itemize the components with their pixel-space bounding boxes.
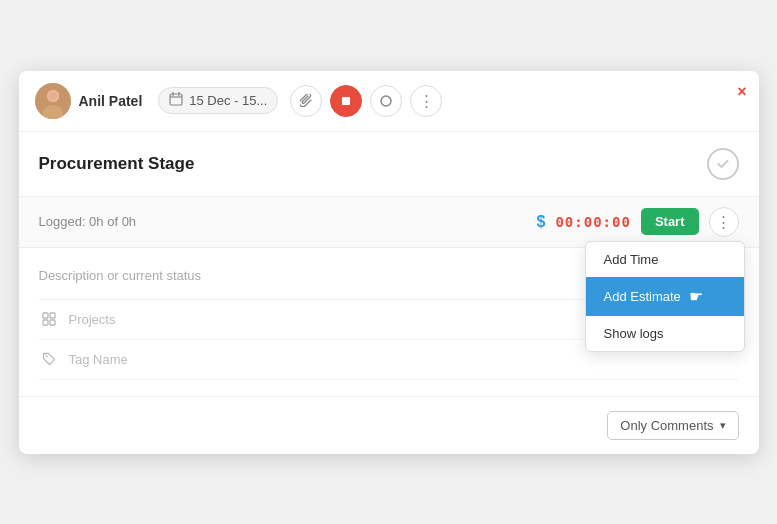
logged-text: Logged: 0h of 0h [39,214,527,229]
card-header: Anil Patel 15 Dec - 15... [19,71,759,132]
dropdown-add-estimate[interactable]: Add Estimate ☛ [586,277,744,316]
date-range: 15 Dec - 15... [189,93,267,108]
tag-label: Tag Name [69,352,128,367]
svg-rect-12 [43,320,48,325]
dropdown-menu: Add Time Add Estimate ☛ Show logs [585,241,745,352]
add-time-label: Add Time [604,252,659,267]
svg-rect-11 [50,313,55,318]
stage-section: Procurement Stage [19,132,759,197]
svg-rect-10 [43,313,48,318]
only-comments-button[interactable]: Only Comments ▾ [607,411,738,440]
header-actions: ⋮ [290,85,442,117]
dollar-icon: $ [537,213,546,231]
svg-point-9 [381,96,391,106]
show-logs-label: Show logs [604,326,664,341]
more-header-btn[interactable]: ⋮ [410,85,442,117]
more-icon: ⋮ [716,213,731,231]
close-button[interactable]: × [737,83,746,101]
main-card: Anil Patel 15 Dec - 15... [19,71,759,454]
only-comments-label: Only Comments [620,418,713,433]
bottom-bar: Only Comments ▾ [19,396,759,454]
dropdown-show-logs[interactable]: Show logs [586,316,744,351]
stage-check-btn[interactable] [707,148,739,180]
svg-rect-4 [170,94,182,105]
user-name: Anil Patel [79,93,143,109]
projects-label: Projects [69,312,116,327]
calendar-icon [169,92,183,109]
time-row: Logged: 0h of 0h $ 00:00:00 Start ⋮ Add … [19,197,759,248]
stage-title: Procurement Stage [39,154,195,174]
svg-point-3 [48,91,58,101]
svg-rect-8 [342,97,350,105]
dropdown-add-time[interactable]: Add Time [586,242,744,277]
record-btn[interactable] [330,85,362,117]
time-more-btn[interactable]: ⋮ [709,207,739,237]
circle-btn[interactable] [370,85,402,117]
date-badge[interactable]: 15 Dec - 15... [158,87,278,114]
svg-point-14 [45,356,47,358]
start-button[interactable]: Start [641,208,699,235]
tag-icon [39,352,59,366]
svg-rect-13 [50,320,55,325]
attachment-btn[interactable] [290,85,322,117]
add-estimate-label: Add Estimate [604,289,681,304]
projects-icon [39,312,59,326]
chevron-down-icon: ▾ [720,419,726,432]
avatar [35,83,71,119]
timer-display: 00:00:00 [555,214,630,230]
cursor-icon: ☛ [689,287,703,306]
